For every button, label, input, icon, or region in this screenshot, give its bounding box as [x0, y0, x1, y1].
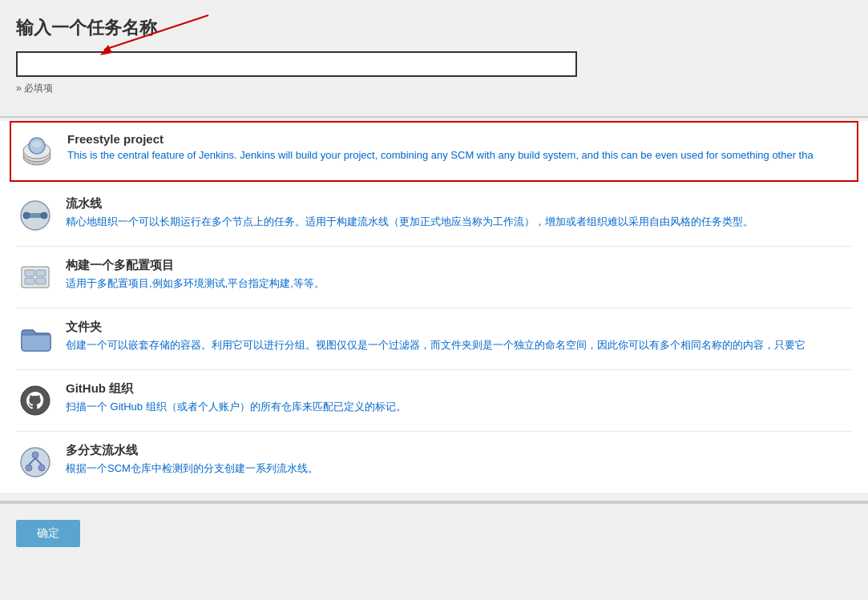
- top-section: 输入一个任务名称 » 必填项: [0, 0, 868, 108]
- project-item-github-org[interactable]: GitHub 组织扫描一个 GitHub 组织（或者个人账户）的所有仓库来匹配已…: [16, 370, 852, 432]
- project-desc-folder: 创建一个可以嵌套存储的容器。利用它可以进行分组。视图仅仅是一个过滤器，而文件夹则…: [66, 338, 835, 352]
- project-name-pipeline: 流水线: [66, 196, 852, 211]
- svg-point-10: [41, 212, 47, 219]
- svg-rect-12: [25, 270, 34, 276]
- folder-icon: [16, 320, 55, 358]
- multi-config-icon: [16, 258, 55, 296]
- freestyle-icon: [18, 132, 56, 171]
- svg-point-19: [26, 465, 32, 471]
- svg-point-18: [32, 452, 38, 458]
- project-desc-multi-config: 适用于多配置项目,例如多环境测试,平台指定构建,等等。: [66, 276, 835, 291]
- page-wrapper: 输入一个任务名称 » 必填项 Freestyle projectThis is …: [0, 0, 868, 600]
- project-info-freestyle: Freestyle projectThis is the central fea…: [67, 132, 850, 161]
- required-note: » 必填项: [16, 82, 852, 95]
- project-info-multibranch: 多分支流水线根据一个SCM仓库中检测到的分支创建一系列流水线。: [66, 443, 852, 476]
- project-name-freestyle: Freestyle project: [67, 132, 850, 146]
- page-title: 输入一个任务名称: [16, 16, 852, 40]
- project-name-multibranch: 多分支流水线: [66, 443, 852, 458]
- project-info-pipeline: 流水线精心地组织一个可以长期运行在多个节点上的任务。适用于构建流水线（更加正式地…: [66, 196, 852, 229]
- project-info-multi-config: 构建一个多配置项目适用于多配置项目,例如多环境测试,平台指定构建,等等。: [66, 258, 852, 291]
- svg-point-9: [23, 212, 30, 219]
- project-item-freestyle[interactable]: Freestyle projectThis is the central fea…: [10, 121, 858, 182]
- project-item-folder[interactable]: 文件夹创建一个可以嵌套存储的容器。利用它可以进行分组。视图仅仅是一个过滤器，而文…: [16, 308, 852, 370]
- project-name-multi-config: 构建一个多配置项目: [66, 258, 852, 273]
- svg-rect-13: [36, 270, 46, 276]
- project-item-multi-config[interactable]: 构建一个多配置项目适用于多配置项目,例如多环境测试,平台指定构建,等等。: [16, 247, 852, 308]
- project-info-folder: 文件夹创建一个可以嵌套存储的容器。利用它可以进行分组。视图仅仅是一个过滤器，而文…: [66, 320, 852, 352]
- project-desc-github-org: 扫描一个 GitHub 组织（或者个人账户）的所有仓库来匹配已定义的标记。: [66, 400, 835, 414]
- project-desc-multibranch: 根据一个SCM仓库中检测到的分支创建一系列流水线。: [66, 461, 835, 476]
- project-info-github-org: GitHub 组织扫描一个 GitHub 组织（或者个人账户）的所有仓库来匹配已…: [66, 381, 852, 414]
- pipeline-icon: [16, 196, 55, 235]
- project-desc-pipeline: 精心地组织一个可以长期运行在多个节点上的任务。适用于构建流水线（更加正式地应当称…: [66, 215, 835, 229]
- svg-point-20: [38, 465, 45, 471]
- svg-point-6: [32, 141, 42, 147]
- project-name-folder: 文件夹: [66, 320, 852, 335]
- confirm-button[interactable]: 确定: [16, 520, 80, 547]
- section-divider: [0, 116, 868, 118]
- bottom-section: 确定: [0, 502, 868, 563]
- svg-rect-15: [36, 278, 46, 284]
- project-desc-freestyle: This is the central feature of Jenkins. …: [67, 149, 837, 161]
- project-list: Freestyle projectThis is the central fea…: [0, 121, 868, 493]
- project-item-pipeline[interactable]: 流水线精心地组织一个可以长期运行在多个节点上的任务。适用于构建流水线（更加正式地…: [16, 185, 852, 247]
- project-name-github-org: GitHub 组织: [66, 381, 852, 397]
- task-name-input[interactable]: [16, 51, 577, 77]
- svg-rect-14: [25, 278, 34, 284]
- multibranch-icon: [16, 443, 55, 481]
- github-org-icon: [16, 381, 55, 420]
- svg-point-16: [21, 386, 50, 415]
- project-item-multibranch[interactable]: 多分支流水线根据一个SCM仓库中检测到的分支创建一系列流水线。: [16, 432, 852, 493]
